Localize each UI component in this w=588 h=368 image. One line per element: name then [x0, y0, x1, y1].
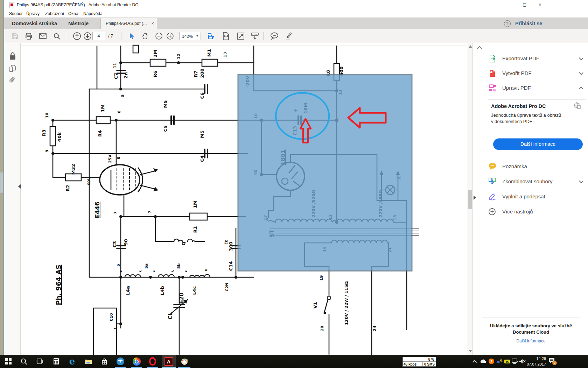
panel-item-label: Exportovat PDF: [502, 55, 539, 61]
windows-store-button[interactable]: [97, 355, 111, 368]
menu-upravy[interactable]: Úpravy: [26, 11, 40, 16]
tray-expand-icon[interactable]: [472, 358, 479, 365]
panel-item-combine-files[interactable]: Zkombinovat soubory: [488, 177, 585, 188]
scroll-thumb[interactable]: [468, 190, 472, 209]
taskbar-clock[interactable]: 14:29 07.07.2017: [525, 356, 546, 367]
network-icon[interactable]: [511, 358, 518, 365]
select-tool-button[interactable]: [126, 30, 137, 42]
schematic-label: C2N: [225, 283, 229, 292]
security-lock-icon[interactable]: [9, 52, 16, 60]
fit-width-button[interactable]: [206, 30, 217, 42]
schematic-label: k: [171, 270, 174, 272]
footer-line1: Ukládejte a sdílejte soubory ve službě: [473, 323, 588, 328]
zoom-dropdown-icon[interactable]: ▼: [196, 34, 199, 38]
search-button[interactable]: [51, 30, 62, 42]
menu-soubor[interactable]: Soubor: [9, 11, 23, 16]
paint-icon[interactable]: [178, 355, 192, 368]
volume-muted-icon[interactable]: [519, 358, 526, 365]
file-explorer-button[interactable]: [81, 355, 95, 368]
taskbar-search-button[interactable]: [17, 355, 31, 368]
hide-toolbar-button[interactable]: [249, 30, 260, 42]
document-scrollbar[interactable]: [467, 43, 472, 355]
edge-browser-icon[interactable]: e: [65, 355, 79, 368]
tab-close-icon[interactable]: ×: [151, 21, 154, 26]
chrome-icon[interactable]: [130, 355, 144, 368]
phone-app-icon[interactable]: [504, 358, 511, 365]
panel-item-fill-sign[interactable]: Vyplnit a podepsat: [488, 192, 585, 203]
menu-okna[interactable]: Okna: [68, 11, 78, 16]
footer-link[interactable]: Další informace: [473, 339, 588, 343]
schematic-label: 13: [223, 52, 227, 57]
left-panel-grabber[interactable]: [0, 172, 3, 193]
thunderbird-icon[interactable]: [113, 355, 127, 368]
tab-home[interactable]: Domovská stránka: [12, 21, 57, 26]
attachment-paperclip-icon[interactable]: [9, 76, 16, 85]
schematic-label: 120V / 22W / 115Ω: [344, 281, 349, 325]
tab-tools[interactable]: Nástroje: [68, 21, 89, 26]
titlebar[interactable]: Philips-964AS.pdf (ZABEZPEČENÝ) - Adobe …: [4, 0, 588, 10]
onedrive-cloud-icon[interactable]: [480, 358, 487, 365]
scroll-up-icon[interactable]: [469, 45, 472, 48]
schematic-label: k: [204, 268, 208, 271]
task-view-button[interactable]: [32, 355, 46, 368]
chevron-down-icon[interactable]: [579, 179, 583, 183]
panel-scroll-up-icon[interactable]: [477, 46, 482, 51]
next-page-button[interactable]: [82, 30, 93, 42]
full-screen-button[interactable]: [235, 30, 246, 42]
panel-item-edit-pdf[interactable]: Upravit PDF: [488, 84, 585, 94]
email-button[interactable]: [37, 30, 48, 42]
minimize-button[interactable]: –: [504, 0, 514, 9]
close-button[interactable]: ×: [535, 0, 545, 9]
chevron-down-icon[interactable]: [579, 70, 583, 75]
panel-item-more-tools[interactable]: Více nástrojů: [488, 207, 585, 218]
menu-napoveda[interactable]: Nápověda: [83, 11, 103, 16]
taskbar-calculator[interactable]: [49, 355, 63, 368]
print-button[interactable]: [23, 30, 34, 42]
highlight-button[interactable]: [283, 30, 294, 42]
folder-icon: [84, 359, 92, 364]
combine-files-icon: [488, 177, 497, 186]
start-button[interactable]: [1, 355, 15, 368]
panel-item-create-pdf[interactable]: Vytvořit PDF: [488, 69, 585, 80]
left-panel-collapse-icon[interactable]: [18, 184, 21, 189]
fit-page-button[interactable]: [220, 30, 232, 42]
comment-button[interactable]: [269, 30, 280, 42]
zoom-in-button[interactable]: [164, 30, 176, 42]
avast-icon[interactable]: [488, 358, 495, 365]
panel-item-label: Více nástrojů: [502, 209, 533, 214]
help-icon[interactable]: ?: [504, 20, 511, 27]
save-button[interactable]: [9, 30, 20, 42]
panel-item-export-pdf[interactable]: Exportovat PDF: [488, 54, 585, 65]
audio-app-icon[interactable]: [496, 358, 503, 365]
window-title: Philips-964AS.pdf (ZABEZPEČENÝ) - Adobe …: [17, 2, 138, 7]
schematic-label: 24: [372, 326, 377, 331]
promo-button[interactable]: Další informace: [493, 138, 583, 150]
sign-in-link[interactable]: Přihlásit se: [515, 21, 542, 26]
action-center-icon[interactable]: 9: [548, 357, 555, 364]
panel-collapse-icon[interactable]: [474, 196, 476, 200]
schematic-label: 5: [120, 94, 125, 97]
schematic-label: 25V: [108, 155, 112, 163]
schematic-label: L4a: [125, 286, 131, 295]
tab-document[interactable]: Philips-964AS.pdf (... ×: [100, 18, 157, 29]
opera-icon[interactable]: [146, 355, 160, 368]
zoom-level-select[interactable]: 142% ▼: [179, 32, 201, 40]
acrobat-reader-taskbar-icon[interactable]: Λ: [162, 355, 176, 368]
maximize-button[interactable]: ▢: [519, 0, 530, 9]
chevron-down-icon[interactable]: [579, 56, 583, 60]
schematic-label: k: [139, 270, 142, 272]
zoom-out-button[interactable]: [153, 30, 164, 42]
panel-item-comment[interactable]: Poznámka: [488, 162, 585, 173]
document-canvas[interactable]: C72n11R62M12R7M113C62005-20VR41M8C5M5C4M…: [21, 43, 467, 355]
scroll-down-icon[interactable]: [469, 350, 472, 352]
menu-zobrazeni[interactable]: Zobrazení: [45, 11, 64, 16]
hand-tool-button[interactable]: [139, 30, 150, 42]
schematic-label: R2: [65, 185, 70, 191]
previous-page-button[interactable]: [71, 30, 83, 42]
page-number-input[interactable]: [92, 32, 105, 40]
page-thumbnails-icon[interactable]: [9, 64, 16, 73]
clock-date: 07.07.2017: [525, 361, 546, 367]
chevron-up-icon[interactable]: [579, 87, 583, 91]
tab-document-label: Philips-964AS.pdf (...: [106, 21, 147, 26]
netspeed-widget[interactable]: 8 % 46 kbps 0 SMS: [402, 357, 436, 367]
